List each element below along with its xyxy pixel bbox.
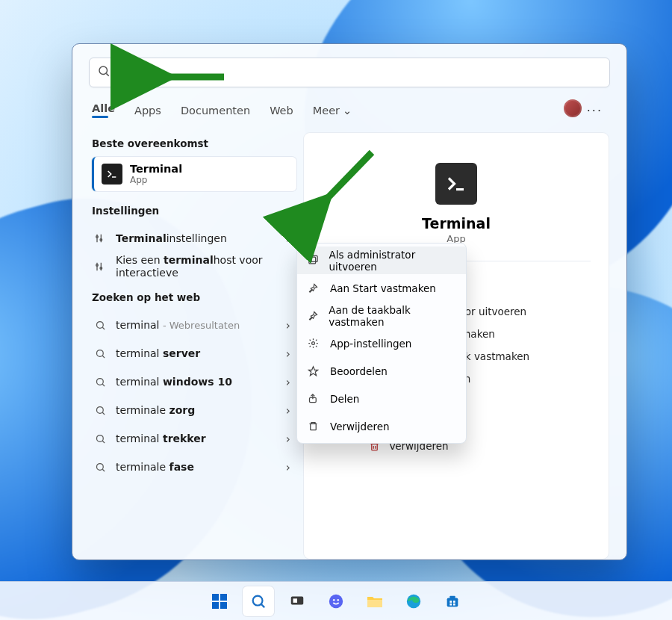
context-label: Aan Start vastmaken [330,282,436,294]
chevron-down-icon: ⌄ [343,105,352,117]
chevron-right-icon: › [286,460,290,474]
web-suggestion[interactable]: terminale fase› [92,453,296,481]
taskbar-taskview[interactable] [281,586,313,616]
search-icon [92,348,108,359]
app-large-icon [435,163,477,205]
context-label: Aan de taakbalk vastmaken [329,304,455,328]
context-menu-item[interactable]: App-instellingen [297,329,466,357]
sliders-icon [92,232,108,244]
svg-line-1 [106,73,108,75]
svg-line-14 [102,356,105,358]
best-match-subtitle: App [130,175,182,185]
tab-docs[interactable]: Documenten [181,105,250,121]
context-menu-item[interactable]: Aan de taakbalk vastmaken [297,302,466,329]
svg-rect-56 [449,601,452,603]
terminal-icon [102,164,122,185]
search-icon [92,433,108,444]
setting-item-label: Kies een terminalhost voor interactieve [116,254,290,279]
svg-rect-59 [453,603,455,605]
svg-line-46 [261,604,264,607]
svg-rect-52 [367,600,382,607]
web-suggestion-label: terminal windows 10 [116,376,286,388]
context-menu-item[interactable]: Beoordelen [297,357,466,385]
context-label: Beoordelen [330,365,388,377]
svg-line-40 [324,152,372,202]
web-suggestion[interactable]: terminal windows 10› [92,368,296,396]
taskbar-edge[interactable] [398,586,429,616]
context-label: App-instellingen [330,338,411,350]
web-suggestion-label: terminale zorg [116,404,286,416]
svg-rect-44 [220,602,227,609]
svg-point-19 [96,435,103,441]
chevron-right-icon: › [286,347,290,361]
context-icon [308,310,320,321]
taskbar-store[interactable] [437,586,468,616]
svg-line-12 [102,327,105,329]
chevron-right-icon: › [286,432,290,446]
search-icon [92,320,108,331]
web-suggestion-label: terminal server [116,347,286,359]
setting-terminal-instellingen[interactable]: Terminalinstellingen › [92,224,296,252]
context-menu-item[interactable]: Aan Start vastmaken [297,274,466,302]
tab-web[interactable]: Web [270,105,293,121]
search-icon [92,405,108,416]
context-icon [308,282,321,294]
web-suggestion[interactable]: terminal trekker› [92,424,296,453]
svg-point-51 [337,598,339,601]
chevron-right-icon: › [286,375,290,389]
taskbar-search[interactable] [243,586,274,616]
context-menu-item[interactable]: Als administrator uitvoeren [297,247,466,274]
user-avatar[interactable] [564,99,582,117]
results-column: Beste overeenkomst Terminal App Instelli… [72,133,296,559]
context-icon [308,365,321,376]
web-suggestion[interactable]: terminal server› [92,339,296,368]
web-suggestion[interactable]: terminale zorg› [92,396,296,424]
svg-rect-34 [311,255,317,261]
svg-rect-55 [449,595,455,598]
svg-point-13 [96,350,103,356]
section-settings: Instellingen [92,205,296,217]
web-suggestion-label: terminale fase [116,461,286,473]
svg-point-49 [329,594,343,607]
tab-more[interactable]: Meer⌄ [313,105,352,121]
best-match-terminal[interactable]: Terminal App [92,157,296,191]
svg-point-15 [96,378,103,385]
sliders-icon [92,261,108,273]
context-icon [308,421,321,432]
svg-rect-38 [311,424,317,430]
search-icon [92,376,108,388]
start-search-panel: Alle Apps Documenten Web Meer⌄ ··· Beste… [72,43,627,560]
svg-point-50 [333,598,335,601]
tab-all[interactable]: Alle [92,102,115,123]
more-options-button[interactable]: ··· [587,104,603,118]
best-match-title: Terminal [130,163,182,175]
svg-rect-43 [212,602,219,609]
section-best-match: Beste overeenkomst [92,137,296,149]
svg-point-45 [253,595,263,605]
annotation-arrow [314,146,381,217]
search-icon [92,462,108,473]
setting-item-label: Terminalinstellingen [116,232,286,244]
taskbar [0,581,672,620]
context-menu-item[interactable]: Delen [297,385,466,412]
svg-line-20 [102,441,105,443]
taskbar-explorer[interactable] [359,586,391,616]
context-menu-item[interactable]: Verwijderen [297,412,466,440]
chevron-right-icon: › [286,403,290,418]
svg-point-11 [96,321,103,328]
web-suggestion-label: terminal - Webresultaten [116,319,286,331]
context-label: Als administrator uitvoeren [329,249,455,273]
taskbar-chat[interactable] [320,586,352,616]
svg-line-16 [102,384,105,386]
web-suggestion[interactable]: terminal - Webresultaten› [92,311,296,339]
svg-marker-36 [308,367,318,376]
context-icon [308,255,320,266]
tab-apps[interactable]: Apps [134,105,161,121]
taskbar-start[interactable] [204,586,235,616]
web-suggestion-label: terminal trekker [116,433,286,444]
details-title: Terminal [304,215,609,232]
svg-rect-41 [212,594,219,601]
svg-rect-42 [220,594,227,601]
setting-kies-terminalhost[interactable]: Kies een terminalhost voor interactieve [92,252,296,281]
svg-rect-57 [453,601,455,603]
